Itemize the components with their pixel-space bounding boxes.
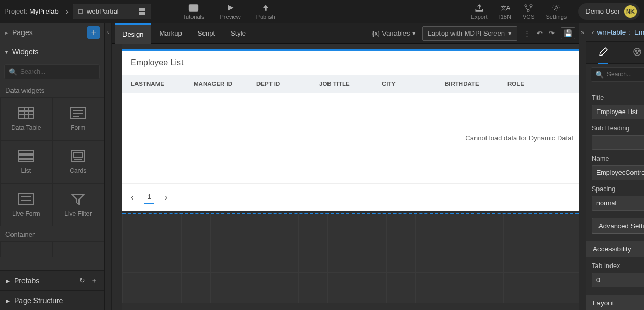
widget-live-filter[interactable]: Live Filter bbox=[52, 183, 105, 226]
pager-prev-button[interactable]: ‹ bbox=[131, 192, 134, 203]
chevron-right-icon[interactable]: › bbox=[66, 7, 69, 16]
gear-icon bbox=[551, 3, 561, 13]
svg-rect-19 bbox=[74, 152, 82, 157]
export-icon bbox=[474, 3, 484, 13]
chevron-left-icon: ‹ bbox=[107, 28, 109, 36]
advanced-settings-button[interactable]: Advanced Settings bbox=[592, 218, 644, 234]
export-button[interactable]: Export bbox=[471, 3, 488, 20]
title-input[interactable] bbox=[592, 105, 644, 119]
caret-right-icon: ▸ bbox=[6, 276, 10, 285]
redo-button[interactable]: ↷ bbox=[549, 29, 555, 37]
prefabs-panel-header[interactable]: ▸ Prefabs ↻＋ bbox=[0, 270, 104, 290]
pager-next-button[interactable]: › bbox=[165, 192, 168, 203]
preview-button[interactable]: Preview bbox=[220, 3, 241, 20]
subheading-label: Sub Heading bbox=[592, 125, 644, 132]
tutorials-button[interactable]: Tutorials bbox=[183, 3, 205, 20]
grid-icon bbox=[139, 8, 145, 15]
properties-search-input[interactable] bbox=[607, 71, 644, 78]
publish-icon bbox=[261, 3, 271, 13]
col-jobtitle[interactable]: JOB TITLE bbox=[319, 81, 382, 87]
spacing-label: Spacing bbox=[592, 185, 644, 193]
design-canvas[interactable]: Employee List LASTNAME MANAGER ID DEPT I… bbox=[112, 44, 579, 310]
add-prefab-button[interactable]: ＋ bbox=[91, 276, 98, 285]
tab-markup[interactable]: Markup bbox=[152, 23, 189, 44]
svg-rect-15 bbox=[19, 151, 33, 154]
selection-breadcrumb[interactable]: ‹wm-table: EmployeeControllerTable1 bbox=[586, 23, 644, 42]
play-icon bbox=[225, 3, 235, 13]
table-header: LASTNAME MANAGER ID DEPT ID JOB TITLE CI… bbox=[122, 75, 579, 93]
canvas-empty-area[interactable] bbox=[122, 214, 579, 303]
widget-live-form[interactable]: Live Form bbox=[0, 183, 52, 226]
play-video-icon bbox=[188, 3, 199, 13]
col-role[interactable]: ROLE bbox=[507, 81, 570, 87]
col-lastname[interactable]: LASTNAME bbox=[131, 81, 194, 87]
col-city[interactable]: CITY bbox=[382, 81, 445, 87]
svg-point-30 bbox=[637, 53, 638, 54]
collapse-left-gutter[interactable]: ‹ bbox=[105, 23, 112, 310]
tab-script[interactable]: Script bbox=[190, 23, 222, 44]
project-name: MyPrefab bbox=[29, 7, 59, 15]
widgets-panel-header[interactable]: ▾Widgets bbox=[0, 42, 104, 61]
svg-point-2 bbox=[525, 4, 527, 6]
widget-form[interactable]: Form bbox=[52, 97, 105, 140]
section-container: Container bbox=[0, 226, 104, 241]
tabindex-label: Tab Index bbox=[592, 262, 644, 270]
left-sidebar: ▸Pages + ▾Widgets 🔍 Data widgets Data Ta… bbox=[0, 23, 105, 310]
name-label: Name bbox=[592, 155, 644, 162]
pages-panel-header[interactable]: ▸Pages + bbox=[0, 23, 104, 42]
widget-cards[interactable]: Cards bbox=[52, 140, 105, 183]
accessibility-section[interactable]: Accessibility bbox=[586, 241, 644, 257]
widgets-search[interactable]: 🔍 bbox=[4, 64, 100, 79]
widget-container-1[interactable] bbox=[0, 241, 52, 257]
page-selector[interactable]: webPartial bbox=[73, 4, 151, 19]
properties-panel: ‹wm-table: EmployeeControllerTable1 🔍 Ti… bbox=[586, 23, 644, 310]
chevron-left-icon[interactable]: ‹ bbox=[592, 28, 594, 36]
publish-button[interactable]: Publish bbox=[256, 3, 275, 20]
widget-list[interactable]: List bbox=[0, 140, 52, 183]
user-menu[interactable]: Demo User NK bbox=[578, 3, 640, 20]
ruler-gutter bbox=[112, 44, 122, 310]
user-name: Demo User bbox=[585, 7, 620, 15]
tab-style[interactable]: Style bbox=[223, 23, 253, 44]
device-selector[interactable]: Laptop with MDPI Screen▾ bbox=[422, 26, 517, 41]
styles-tab-button[interactable] bbox=[632, 47, 642, 59]
refresh-icon[interactable]: ↻ bbox=[79, 276, 85, 285]
save-button[interactable]: 💾 bbox=[561, 27, 575, 39]
tabindex-input[interactable] bbox=[592, 273, 644, 287]
i18n-button[interactable]: 文A I18N bbox=[499, 3, 511, 20]
editor-tabs: Design Markup Script Style {x}Variables▾… bbox=[112, 23, 579, 44]
search-icon: 🔍 bbox=[9, 68, 17, 76]
tab-design[interactable]: Design bbox=[115, 23, 151, 44]
collapse-right-gutter[interactable]: » bbox=[579, 23, 586, 310]
title-label: Title bbox=[592, 94, 644, 102]
page-structure-panel-header[interactable]: ▸ Page Structure bbox=[0, 290, 104, 310]
svg-rect-21 bbox=[19, 193, 33, 205]
data-table-component[interactable]: Employee List LASTNAME MANAGER ID DEPT I… bbox=[122, 49, 579, 211]
table-pager: ‹ 1 › bbox=[122, 183, 579, 211]
vcs-button[interactable]: VCS bbox=[523, 3, 535, 20]
col-managerid[interactable]: MANAGER ID bbox=[194, 81, 256, 87]
spacing-select[interactable]: normal bbox=[592, 196, 644, 211]
svg-point-3 bbox=[530, 4, 532, 6]
more-icon[interactable]: ⋮ bbox=[524, 29, 530, 37]
settings-button[interactable]: Settings bbox=[546, 3, 567, 20]
widgets-grid: Data Table Form List Cards Live Form Liv… bbox=[0, 97, 104, 226]
col-deptid[interactable]: DEPT ID bbox=[256, 81, 319, 87]
undo-button[interactable]: ↶ bbox=[537, 29, 543, 37]
widget-data-table[interactable]: Data Table bbox=[0, 97, 52, 140]
widget-container-2[interactable] bbox=[52, 241, 105, 257]
col-birthdate[interactable]: BIRTHDATE bbox=[445, 81, 507, 87]
properties-search[interactable]: 🔍 bbox=[591, 67, 644, 82]
chevron-down-icon: ▾ bbox=[508, 29, 512, 37]
add-page-button[interactable]: + bbox=[87, 26, 100, 39]
branch-icon bbox=[523, 3, 534, 13]
name-input[interactable] bbox=[592, 165, 644, 180]
widgets-search-input[interactable] bbox=[20, 68, 99, 75]
properties-tab-button[interactable] bbox=[598, 47, 608, 64]
pager-page-number[interactable]: 1 bbox=[144, 191, 154, 204]
subheading-input[interactable] bbox=[592, 135, 644, 150]
editor-area: ‹ Design Markup Script Style {x}Variable… bbox=[105, 23, 586, 310]
layout-section[interactable]: Layout bbox=[586, 295, 644, 310]
top-actions: Tutorials Preview Publish bbox=[183, 3, 275, 20]
variables-button[interactable]: {x}Variables▾ bbox=[372, 29, 415, 37]
